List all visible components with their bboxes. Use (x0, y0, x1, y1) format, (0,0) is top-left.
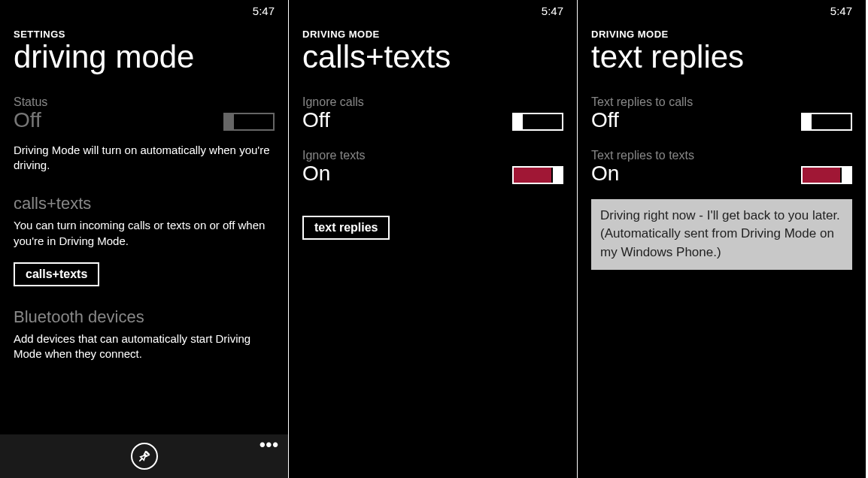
status-value: Off (14, 109, 41, 132)
calls-texts-button[interactable]: calls+texts (14, 262, 99, 286)
calls-texts-section: calls+texts You can turn incoming calls … (14, 194, 275, 286)
status-bar: 5:47 (14, 5, 275, 23)
status-toggle[interactable] (223, 113, 275, 131)
status-label: Status (14, 95, 275, 109)
replies-calls-block: Text replies to calls Off (591, 95, 852, 132)
replies-texts-toggle[interactable] (801, 166, 852, 184)
reply-message-input[interactable]: Driving right now - I'll get back to you… (591, 199, 852, 270)
clock: 5:47 (542, 5, 563, 17)
clock: 5:47 (830, 5, 852, 17)
screen-calls-texts: 5:47 DRIVING MODE calls+texts Ignore cal… (289, 0, 578, 478)
page-title: text replies (591, 41, 852, 73)
pin-button[interactable] (131, 443, 158, 470)
ignore-texts-block: Ignore texts On (302, 149, 563, 186)
breadcrumb: DRIVING MODE (591, 29, 852, 40)
ignore-calls-value: Off (302, 109, 330, 132)
replies-calls-toggle[interactable] (801, 113, 852, 131)
bluetooth-title: Bluetooth devices (14, 307, 275, 327)
replies-texts-block: Text replies to texts On (591, 149, 852, 186)
replies-calls-label: Text replies to calls (591, 95, 852, 109)
breadcrumb: DRIVING MODE (302, 29, 563, 40)
calls-texts-title: calls+texts (14, 194, 275, 213)
status-description: Driving Mode will turn on automatically … (14, 143, 275, 174)
status-block: Status Off Driving Mode will turn on aut… (14, 95, 275, 173)
more-button[interactable]: ••• (259, 440, 279, 449)
status-bar: 5:47 (302, 5, 563, 23)
replies-texts-label: Text replies to texts (591, 149, 852, 162)
ignore-calls-label: Ignore calls (302, 95, 563, 109)
bluetooth-section: Bluetooth devices Add devices that can a… (14, 307, 275, 362)
breadcrumb: SETTINGS (14, 29, 275, 40)
replies-calls-value: Off (591, 109, 619, 132)
pin-icon (138, 449, 151, 463)
bluetooth-description: Add devices that can automatically start… (14, 331, 275, 362)
ignore-texts-toggle[interactable] (512, 166, 563, 184)
page-title: driving mode (14, 41, 275, 73)
replies-texts-value: On (591, 162, 619, 186)
status-bar: 5:47 (591, 5, 852, 23)
ignore-texts-value: On (302, 162, 330, 186)
calls-texts-description: You can turn incoming calls or texts on … (14, 218, 275, 249)
text-replies-button[interactable]: text replies (302, 216, 390, 240)
app-bar: ••• (0, 434, 288, 478)
clock: 5:47 (253, 5, 275, 17)
screen-settings-driving-mode: 5:47 SETTINGS driving mode Status Off Dr… (0, 0, 289, 478)
ignore-calls-toggle[interactable] (512, 113, 563, 131)
page-title: calls+texts (302, 41, 563, 73)
screen-text-replies: 5:47 DRIVING MODE text replies Text repl… (578, 0, 866, 478)
ignore-texts-label: Ignore texts (302, 149, 563, 162)
ignore-calls-block: Ignore calls Off (302, 95, 563, 132)
